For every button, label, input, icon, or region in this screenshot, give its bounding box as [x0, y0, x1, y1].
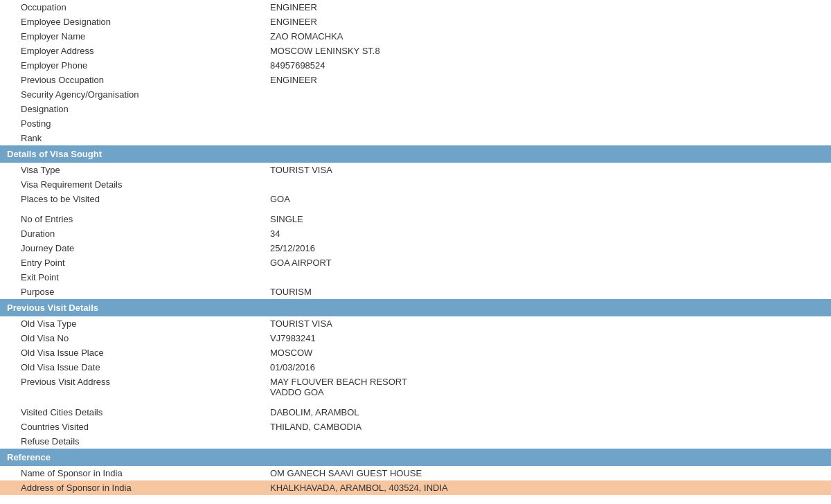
value-cell — [263, 434, 831, 449]
table-row: Previous Visit Address MAY FLOUVER BEACH… — [0, 375, 831, 399]
table-row: Designation — [0, 102, 831, 116]
label-cell: Refuse Details — [0, 434, 263, 449]
label-cell: Visa Type — [0, 163, 263, 177]
value-cell: TOURIST VISA — [263, 316, 831, 331]
table-row: Duration 34 — [0, 226, 831, 241]
value-cell — [263, 87, 831, 102]
value-cell — [263, 102, 831, 116]
label-cell: Previous Occupation — [0, 73, 263, 87]
value-cell: ENGINEER — [263, 0, 831, 15]
table-row: Old Visa Issue Date 01/03/2016 — [0, 360, 831, 375]
label-cell: Old Visa Type — [0, 316, 263, 331]
label-cell: Posting — [0, 116, 263, 131]
label-cell: Security Agency/Organisation — [0, 87, 263, 102]
table-row: Employee Designation ENGINEER — [0, 15, 831, 29]
table-row: No of Entries SINGLE — [0, 212, 831, 226]
label-cell: Employer Name — [0, 29, 263, 44]
label-cell: Employee Designation — [0, 15, 263, 29]
section-header-row: Previous Visit Details — [0, 299, 831, 316]
section-header-row: Reference — [0, 449, 831, 466]
value-cell: ENGINEER — [263, 73, 831, 87]
table-row: Rank — [0, 131, 831, 145]
label-cell: Address of Sponsor in India — [0, 480, 263, 495]
table-row: Previous Occupation ENGINEER — [0, 73, 831, 87]
label-cell: Places to be Visited — [0, 192, 263, 206]
value-cell: MOSCOW LENINSKY ST.8 — [263, 44, 831, 58]
label-cell: Phone of Sponsor in India — [0, 501, 263, 504]
table-row: Posting — [0, 116, 831, 131]
label-cell: Name of Sponsor in India — [0, 466, 263, 480]
value-cell — [263, 116, 831, 131]
value-cell: GOA AIRPORT — [263, 255, 831, 270]
label-cell: Visa Requirement Details — [0, 177, 263, 192]
table-row: Occupation ENGINEER — [0, 0, 831, 15]
highlight-row: Address of Sponsor in India KHALKHAVADA,… — [0, 480, 831, 495]
value-cell: 01/03/2016 — [263, 360, 831, 375]
table-row: Phone of Sponsor in India 91904951092 — [0, 501, 831, 504]
table-row: Employer Name ZAO ROMACHKA — [0, 29, 831, 44]
label-cell: Previous Visit Address — [0, 375, 263, 399]
value-cell: 84957698524 — [263, 58, 831, 73]
label-cell: Old Visa Issue Place — [0, 345, 263, 360]
value-cell — [263, 131, 831, 145]
label-cell: Rank — [0, 131, 263, 145]
table-row: Places to be Visited GOA — [0, 192, 831, 206]
table-row: Security Agency/Organisation — [0, 87, 831, 102]
label-cell: No of Entries — [0, 212, 263, 226]
value-cell: SINGLE — [263, 212, 831, 226]
table-row: Old Visa No VJ7983241 — [0, 331, 831, 345]
value-cell: MOSCOW — [263, 345, 831, 360]
value-cell: 25/12/2016 — [263, 241, 831, 255]
label-cell: Countries Visited — [0, 420, 263, 434]
table-row: Purpose TOURISM — [0, 285, 831, 299]
label-cell: Occupation — [0, 0, 263, 15]
spacer-row — [0, 206, 831, 212]
table-row: Exit Point — [0, 270, 831, 285]
value-cell: DABOLIM, ARAMBOL — [263, 405, 831, 420]
table-row: Journey Date 25/12/2016 — [0, 241, 831, 255]
table-row: Visa Type TOURIST VISA — [0, 163, 831, 177]
label-cell: Old Visa No — [0, 331, 263, 345]
section-header-row: Details of Visa Sought — [0, 145, 831, 163]
label-cell: Entry Point — [0, 255, 263, 270]
previous-visit-section-header: Previous Visit Details — [0, 299, 831, 316]
table-row: Old Visa Type TOURIST VISA — [0, 316, 831, 331]
label-cell: Old Visa Issue Date — [0, 360, 263, 375]
spacer-row — [0, 399, 831, 405]
table-row: Name of Sponsor in India OM GANECH SAAVI… — [0, 466, 831, 480]
value-cell: ENGINEER — [263, 15, 831, 29]
main-table: Occupation ENGINEER Employee Designation… — [0, 0, 831, 504]
value-cell: THILAND, CAMBODIA — [263, 420, 831, 434]
value-cell: GOA — [263, 192, 831, 206]
table-row: Refuse Details — [0, 434, 831, 449]
table-row: Countries Visited THILAND, CAMBODIA — [0, 420, 831, 434]
value-cell: TOURISM — [263, 285, 831, 299]
value-cell: OM GANECH SAAVI GUEST HOUSE — [263, 466, 831, 480]
value-cell: ZAO ROMACHKA — [263, 29, 831, 44]
table-row: Visa Requirement Details — [0, 177, 831, 192]
spacer-row — [0, 495, 831, 501]
label-cell: Employer Address — [0, 44, 263, 58]
value-cell — [263, 177, 831, 192]
value-cell: VJ7983241 — [263, 331, 831, 345]
table-row: Employer Address MOSCOW LENINSKY ST.8 — [0, 44, 831, 58]
table-row: Visited Cities Details DABOLIM, ARAMBOL — [0, 405, 831, 420]
label-cell: Exit Point — [0, 270, 263, 285]
visa-section-header: Details of Visa Sought — [0, 145, 831, 163]
table-row: Entry Point GOA AIRPORT — [0, 255, 831, 270]
label-cell: Purpose — [0, 285, 263, 299]
page-container: Occupation ENGINEER Employee Designation… — [0, 0, 831, 504]
value-cell: 34 — [263, 226, 831, 241]
table-row: Employer Phone 84957698524 — [0, 58, 831, 73]
label-cell: Visited Cities Details — [0, 405, 263, 420]
label-cell: Employer Phone — [0, 58, 263, 73]
value-cell — [263, 270, 831, 285]
value-cell: KHALKHAVADA, ARAMBOL, 403524, INDIA — [263, 480, 831, 495]
value-cell: TOURIST VISA — [263, 163, 831, 177]
table-row: Old Visa Issue Place MOSCOW — [0, 345, 831, 360]
reference-section-header: Reference — [0, 449, 831, 466]
label-cell: Duration — [0, 226, 263, 241]
value-cell: MAY FLOUVER BEACH RESORTVADDO GOA — [263, 375, 831, 399]
label-cell: Journey Date — [0, 241, 263, 255]
value-cell: 91904951092 — [263, 501, 831, 504]
